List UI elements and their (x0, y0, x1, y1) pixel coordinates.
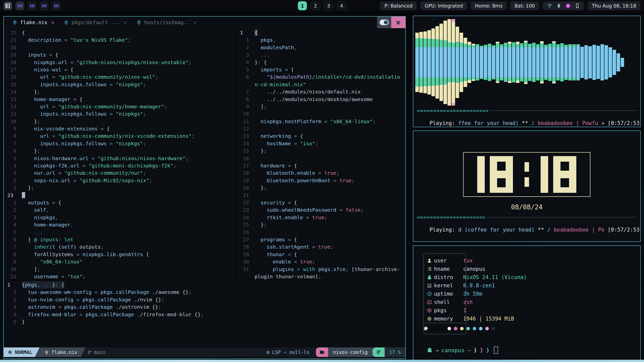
palette-icon (423, 326, 428, 331)
flame-icon[interactable] (565, 3, 571, 9)
code-line: 1{ (236, 29, 405, 36)
line-number: 17 (236, 162, 255, 169)
fetch-row-pkgs: pkgs1 (423, 306, 636, 314)
wave-column (464, 38, 467, 87)
code-text: pkgs, (255, 36, 276, 44)
phone-icon[interactable] (575, 3, 580, 8)
tab-close-icon[interactable]: × (193, 19, 196, 25)
wave-column (568, 44, 572, 80)
lsp-label: LSP ~ null-ls (272, 349, 309, 355)
wave-column (460, 33, 463, 92)
code-line: 5 nixos-hardware.url = "github:nixos/nix… (4, 155, 236, 162)
titlebar-toggle-button[interactable] (377, 17, 391, 28)
wave-column (415, 33, 419, 92)
line-number: 5 (4, 229, 22, 236)
line-number: 18 (4, 59, 22, 66)
code-line: 1 outputs = { (4, 199, 236, 206)
line-number: 9 (4, 125, 22, 132)
color-dot (466, 327, 470, 330)
tag-4[interactable]: 4 (337, 1, 346, 10)
tag-3[interactable]: 3 (324, 1, 333, 10)
wave-column (613, 50, 616, 75)
fetch-label: user (432, 258, 463, 264)
network-icon[interactable] (547, 3, 552, 9)
wave-column (520, 43, 524, 81)
tab-close-icon[interactable]: × (124, 19, 127, 25)
tab-flake-nix[interactable]: flake.nix× (12, 19, 54, 25)
color-dot (473, 327, 476, 330)
code-line: 1{pkgs, ...}: { (4, 281, 405, 289)
code-line: 4}: { (236, 59, 405, 66)
code-text: description = "tux's NixOS Flake"; (22, 36, 131, 44)
code-line: 19 inputs = { (4, 51, 236, 59)
workspace-button-4[interactable]: $W (52, 2, 60, 10)
gear-icon: ⚙ (266, 349, 270, 355)
prompt-chevron: ) (480, 347, 483, 353)
line-number: 9 (236, 103, 255, 110)
wave-column (452, 19, 455, 106)
wave-column (556, 44, 560, 80)
code-text: "${modulesPath}/installer/cd-dvd/install… (255, 73, 400, 81)
wave-column (552, 41, 556, 83)
wallpaper-strip (0, 360, 644, 362)
fetch-value: NixOS 24.11 (Vicuna) (463, 274, 527, 280)
code-line: 4 home-manager, (4, 221, 236, 229)
window-close-button[interactable]: × (391, 17, 405, 28)
code-text: }; (22, 147, 40, 155)
tag-1[interactable]: 1 (298, 1, 307, 10)
fetch-value: 6.9.8-zen1 (463, 283, 495, 289)
color-dot (454, 327, 457, 330)
line-number: 9 (4, 258, 22, 265)
code-line: 14 hostName = "iso"; (236, 140, 405, 147)
code-line: 7 inputs.nixpkgs.follows = "nixpkgs"; (4, 140, 236, 147)
terminal-cursor[interactable] (494, 346, 498, 354)
pkgs-default-pane[interactable]: 1{pkgs, ...}: {1 tux-awesome-wm-config =… (4, 280, 405, 347)
line-number: 11 (4, 110, 22, 118)
line-number (236, 81, 255, 88)
code-line: 1 tux-awesome-wm-config = pkgs.callPacka… (4, 289, 405, 296)
code-text: ... (255, 51, 270, 59)
layout-grid-button[interactable] (4, 2, 12, 10)
music-note-icon: ♪ (531, 120, 538, 126)
clock-pill[interactable]: Thu Aug 08, 18:18 (588, 2, 640, 10)
workspace-button-2[interactable]: $W (28, 2, 36, 10)
tab-pkgs-default-[interactable]: pkgs/default ...× (64, 19, 127, 25)
line-number: 3 (4, 169, 22, 177)
topbar-left-group: $W$W$W$W (4, 2, 60, 10)
line-number: 7 (4, 140, 22, 147)
iso-image-pane[interactable]: 1{1 pkgs,2 modulesPath,3 ...4}: {5 impor… (236, 28, 405, 280)
cursor (22, 192, 25, 198)
git-branch-icon (88, 350, 92, 354)
wave-column (439, 24, 443, 101)
workspace-button-3[interactable]: $W (40, 2, 48, 10)
line-number: 30 (236, 258, 255, 265)
bluetooth-icon[interactable] (556, 3, 561, 8)
line-number: 5 (236, 66, 255, 73)
color-dot (492, 327, 495, 330)
line-number: 6 (236, 73, 255, 81)
workspace-button-1[interactable]: $W (16, 2, 24, 10)
memory-icon (423, 316, 432, 321)
code-line: 9 nix-vscode-extensions = { (4, 125, 236, 132)
shell-prompt[interactable]: →canopus~))) (427, 346, 498, 354)
fetch-value: tux (463, 258, 473, 264)
packages-icon (423, 308, 432, 313)
track-time-2: [0:57/2:53] (605, 227, 640, 233)
code-line: 5 imports = [ (236, 66, 405, 73)
code-text: { (22, 29, 25, 36)
fetch-rows: usertuxhnamecanopusdistroNixOS 24.11 (Vi… (423, 256, 636, 323)
flake-nix-pane[interactable]: 22{21 description = "tux's NixOS Flake";… (4, 28, 236, 280)
fetch-row-user: usertux (423, 256, 636, 265)
code-line: 13 networking = { (236, 132, 405, 140)
line-number: 6 (4, 236, 22, 243)
tag-2[interactable]: 2 (311, 1, 320, 10)
code-line: 3 astronvim = pkgs.callPackage ./astronv… (4, 303, 405, 311)
code-text: bluetooth.enable = true; (255, 169, 339, 177)
tab-close-icon[interactable]: × (51, 19, 54, 25)
file-segment: flake.nix (36, 347, 86, 357)
wave-column (609, 47, 612, 77)
tabs: flake.nix×pkgs/default ...×hosts/isoImag… (12, 19, 206, 25)
tab-hosts-isoImag-[interactable]: hosts/isoImag..× (136, 19, 196, 25)
ghost-icon (427, 347, 432, 353)
fetch-value: 1946 | 15394 MiB (463, 316, 514, 322)
